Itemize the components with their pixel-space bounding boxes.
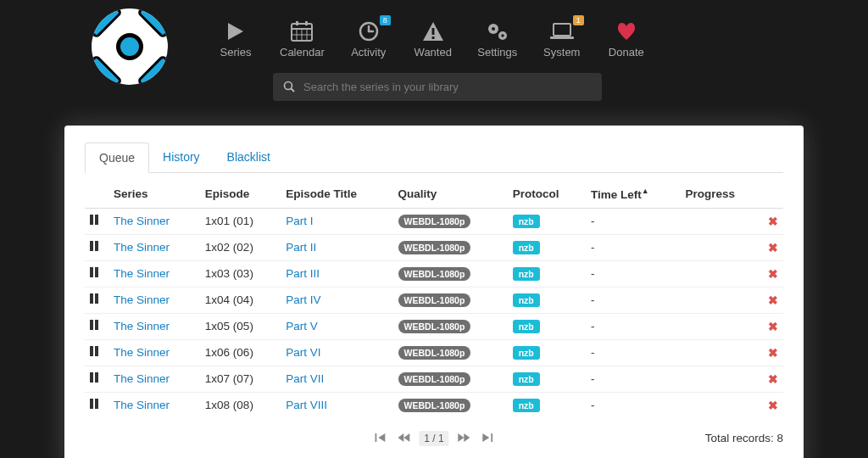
quality-badge: WEBDL-1080p <box>398 320 471 333</box>
table-row: The Sinner1x04 (04)Part IVWEBDL-1080pnzb… <box>85 287 783 313</box>
nav-series-label: Series <box>220 46 252 59</box>
quality-badge: WEBDL-1080p <box>398 346 471 360</box>
svg-rect-30 <box>492 433 493 442</box>
main-nav: Series Calendar 8 Activity Wanted Settin… <box>215 8 647 59</box>
nav-wanted[interactable]: Wanted <box>413 19 453 59</box>
pager-first-icon[interactable] <box>373 430 388 447</box>
search-input[interactable] <box>273 73 602 101</box>
gears-icon <box>486 19 509 44</box>
col-episode[interactable]: Episode <box>200 180 281 208</box>
series-link[interactable]: The Sinner <box>114 241 170 254</box>
episode-cell: 1x07 (07) <box>200 366 281 392</box>
series-link[interactable]: The Sinner <box>114 346 170 359</box>
table-footer: 1 / 1 Total records: 8 <box>85 428 783 449</box>
series-link[interactable]: The Sinner <box>114 320 170 332</box>
remove-icon[interactable]: ✖ <box>768 320 778 333</box>
protocol-badge: nzb <box>513 293 540 307</box>
pager-prev-icon[interactable] <box>395 430 412 447</box>
episode-cell: 1x03 (03) <box>200 260 281 287</box>
nav-wanted-label: Wanted <box>415 46 452 59</box>
pause-icon[interactable] <box>90 372 102 383</box>
pager-next-icon[interactable] <box>456 430 473 447</box>
episode-title-link[interactable]: Part VII <box>286 372 324 385</box>
episode-title-link[interactable]: Part VI <box>286 346 320 359</box>
timeleft-cell: - <box>586 234 681 260</box>
protocol-badge: nzb <box>513 215 540 228</box>
table-row: The Sinner1x08 (08)Part VIIIWEBDL-1080pn… <box>85 392 783 418</box>
remove-icon[interactable]: ✖ <box>768 399 778 412</box>
pause-icon[interactable] <box>90 215 102 225</box>
series-link[interactable]: The Sinner <box>114 267 170 280</box>
svg-marker-25 <box>398 433 403 442</box>
tab-blacklist[interactable]: Blacklist <box>214 142 284 172</box>
quality-badge: WEBDL-1080p <box>398 215 471 228</box>
clock-icon <box>359 19 379 44</box>
col-timeleft[interactable]: Time Left▲ <box>586 180 681 208</box>
tab-queue[interactable]: Queue <box>85 142 149 173</box>
protocol-badge: nzb <box>513 346 540 360</box>
svg-marker-29 <box>483 433 490 442</box>
episode-title-link[interactable]: Part IV <box>286 293 320 306</box>
episode-title-link[interactable]: Part V <box>286 320 318 332</box>
svg-marker-0 <box>228 23 243 40</box>
pager-last-icon[interactable] <box>480 430 495 447</box>
series-link[interactable]: The Sinner <box>114 293 170 306</box>
remove-icon[interactable]: ✖ <box>768 241 778 254</box>
episode-title-link[interactable]: Part VIII <box>286 399 327 411</box>
table-row: The Sinner1x06 (06)Part VIWEBDL-1080pnzb… <box>85 339 783 366</box>
pause-icon[interactable] <box>90 267 102 277</box>
nav-activity-label: Activity <box>351 46 386 59</box>
nav-calendar[interactable]: Calendar <box>280 19 325 59</box>
protocol-badge: nzb <box>513 267 540 281</box>
remove-icon[interactable]: ✖ <box>768 267 778 281</box>
episode-title-link[interactable]: Part II <box>286 241 316 254</box>
nav-activity[interactable]: 8 Activity <box>348 19 389 59</box>
svg-point-21 <box>285 82 292 90</box>
nav-donate-label: Donate <box>609 46 644 59</box>
activity-card: Queue History Blacklist Series Episode E… <box>64 126 804 458</box>
progress-cell <box>680 208 763 234</box>
tabs: Queue History Blacklist <box>85 142 783 173</box>
nav-series[interactable]: Series <box>215 19 256 59</box>
episode-cell: 1x05 (05) <box>200 313 281 339</box>
app-logo[interactable] <box>92 8 168 85</box>
queue-table: Series Episode Episode Title Quality Pro… <box>85 180 783 418</box>
tab-history[interactable]: History <box>149 142 214 172</box>
remove-icon[interactable]: ✖ <box>768 293 778 307</box>
pause-icon[interactable] <box>90 320 102 330</box>
series-link[interactable]: The Sinner <box>114 372 170 385</box>
remove-icon[interactable]: ✖ <box>768 346 778 360</box>
progress-cell <box>680 339 763 366</box>
svg-point-16 <box>492 27 495 31</box>
episode-title-link[interactable]: Part I <box>286 215 313 227</box>
total-records: Total records: 8 <box>705 432 783 444</box>
nav-settings[interactable]: Settings <box>477 19 518 59</box>
pause-icon[interactable] <box>90 241 102 251</box>
progress-cell <box>680 313 763 339</box>
col-quality[interactable]: Quality <box>393 180 508 208</box>
svg-rect-19 <box>554 24 570 36</box>
nav-donate[interactable]: Donate <box>606 19 647 59</box>
remove-icon[interactable]: ✖ <box>768 215 778 228</box>
remove-icon[interactable]: ✖ <box>768 372 778 386</box>
col-title[interactable]: Episode Title <box>281 180 392 208</box>
nav-calendar-label: Calendar <box>280 46 325 59</box>
pause-icon[interactable] <box>90 399 102 409</box>
table-row: The Sinner1x07 (07)Part VIIWEBDL-1080pnz… <box>85 366 783 392</box>
col-series[interactable]: Series <box>108 180 200 208</box>
table-row: The Sinner1x02 (02)Part IIWEBDL-1080pnzb… <box>85 234 783 260</box>
timeleft-cell: - <box>586 366 681 392</box>
series-link[interactable]: The Sinner <box>114 215 170 227</box>
col-protocol[interactable]: Protocol <box>508 180 586 208</box>
quality-badge: WEBDL-1080p <box>398 267 471 281</box>
series-link[interactable]: The Sinner <box>114 399 170 411</box>
episode-title-link[interactable]: Part III <box>286 267 320 280</box>
pager: 1 / 1 <box>373 430 494 447</box>
pause-icon[interactable] <box>90 346 102 356</box>
episode-cell: 1x04 (04) <box>200 287 281 313</box>
table-row: The Sinner1x05 (05)Part VWEBDL-1080pnzb-… <box>85 313 783 339</box>
table-row: The Sinner1x03 (03)Part IIIWEBDL-1080pnz… <box>85 260 783 287</box>
col-progress[interactable]: Progress <box>680 180 763 208</box>
pause-icon[interactable] <box>90 293 102 304</box>
nav-system[interactable]: 1 System <box>542 19 582 59</box>
